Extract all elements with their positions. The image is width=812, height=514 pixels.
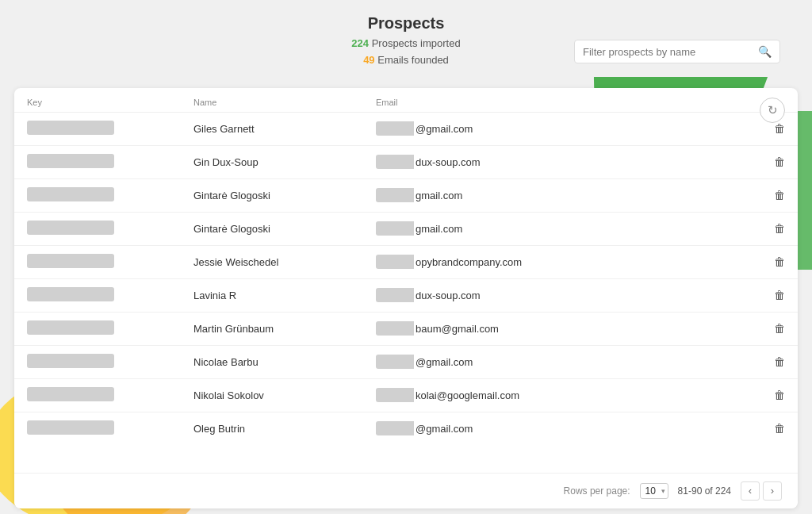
pagination: Rows per page: 10 25 50 ▾ 81-90 of 224 ‹… [14, 473, 798, 508]
delete-icon[interactable]: 🗑 [774, 322, 785, 335]
cell-key [14, 245, 181, 278]
email-blur [376, 121, 414, 136]
cell-name: Nicolae Barbu [181, 345, 363, 378]
rows-select-wrapper: 10 25 50 ▾ [640, 483, 668, 499]
delete-icon[interactable]: 🗑 [774, 189, 785, 201]
cell-email: gmail.com [363, 212, 761, 245]
cell-email: dux-soup.com [363, 278, 761, 312]
cell-email: kolai@googlemail.com [363, 378, 761, 412]
table-row: Jessie Weischedel opybrandcompany.com 🗑 [14, 245, 798, 278]
cell-name: Gintarė Glogoski [181, 212, 363, 245]
col-name: Name [181, 94, 363, 113]
delete-icon[interactable]: 🗑 [774, 389, 785, 401]
email-visible: gmail.com [416, 223, 462, 235]
refresh-button[interactable]: ↻ [760, 98, 785, 123]
cell-delete: 🗑 [761, 212, 798, 245]
key-bar [27, 187, 114, 201]
search-icon: 🔍 [758, 45, 772, 58]
email-blur [376, 321, 414, 336]
email-visible: kolai@googlemail.com [416, 389, 519, 401]
table-row: Martin Grünbaum baum@gmail.com 🗑 [14, 312, 798, 345]
cell-key [14, 112, 181, 145]
cell-delete: 🗑 [761, 345, 798, 378]
table-row: Oleg Butrin @gmail.com 🗑 [14, 412, 798, 445]
table-row: Nikolai Sokolov kolai@googlemail.com 🗑 [14, 378, 798, 412]
delete-icon[interactable]: 🗑 [774, 122, 785, 135]
cell-delete: 🗑 [761, 178, 798, 212]
key-bar [27, 354, 114, 368]
delete-icon[interactable]: 🗑 [774, 289, 785, 301]
email-blur [376, 188, 414, 202]
cell-delete: 🗑 [761, 245, 798, 278]
table-row: Gintarė Glogoski gmail.com 🗑 [14, 212, 798, 245]
table-row: Lavinia R dux-soup.com 🗑 [14, 278, 798, 312]
email-blur [376, 155, 414, 169]
rows-per-page-label: Rows per page: [564, 485, 630, 497]
email-blur [376, 355, 414, 369]
cell-email: @gmail.com [363, 112, 761, 145]
email-blur [376, 255, 414, 269]
email-visible: @gmail.com [416, 423, 473, 435]
email-visible: dux-soup.com [416, 290, 481, 301]
search-container: 🔍 [574, 40, 780, 63]
next-page-button[interactable]: › [763, 481, 782, 501]
cell-email: @gmail.com [363, 412, 761, 445]
cell-email: baum@gmail.com [363, 312, 761, 345]
email-blur [376, 221, 414, 236]
refresh-icon: ↻ [768, 103, 778, 117]
table-wrapper: Key Name Email Giles Garnett @gmail.com … [14, 88, 798, 477]
page-header: Prospects 224 Prospects imported 49 Emai… [0, 0, 812, 77]
cell-key [14, 178, 181, 212]
cell-key [14, 212, 181, 245]
email-blur [376, 288, 414, 302]
cell-name: Gin Dux-Soup [181, 145, 363, 178]
cell-key [14, 378, 181, 412]
key-bar [27, 320, 114, 335]
cell-name: Lavinia R [181, 278, 363, 312]
delete-icon[interactable]: 🗑 [774, 355, 785, 368]
key-bar [27, 420, 114, 435]
key-bar [27, 154, 114, 168]
email-blur [376, 388, 414, 402]
prospects-count: 224 [351, 37, 369, 49]
cell-email: @gmail.com [363, 345, 761, 378]
email-visible: @gmail.com [416, 123, 473, 135]
delete-icon[interactable]: 🗑 [774, 155, 785, 168]
emails-count: 49 [363, 54, 374, 66]
email-visible: baum@gmail.com [416, 323, 499, 335]
cell-name: Nikolai Sokolov [181, 378, 363, 412]
cell-email: gmail.com [363, 178, 761, 212]
cell-name: Oleg Butrin [181, 412, 363, 445]
prospects-label: Prospects imported [372, 37, 461, 49]
email-visible: opybrandcompany.com [416, 256, 522, 268]
main-card: ↻ Key Name Email Giles Garnett @ [14, 88, 798, 508]
cell-name: Gintarė Glogoski [181, 178, 363, 212]
cell-delete: 🗑 [761, 378, 798, 412]
email-blur [376, 421, 414, 435]
search-input[interactable] [583, 46, 758, 58]
delete-icon[interactable]: 🗑 [774, 255, 785, 268]
cell-email: dux-soup.com [363, 145, 761, 178]
cell-key [14, 145, 181, 178]
cell-delete: 🗑 [761, 312, 798, 345]
delete-icon[interactable]: 🗑 [774, 422, 785, 435]
email-visible: dux-soup.com [416, 156, 481, 168]
key-bar [27, 254, 114, 268]
rows-per-page-select[interactable]: 10 25 50 [640, 483, 668, 499]
cell-key [14, 278, 181, 312]
key-bar [27, 121, 114, 135]
cell-name: Martin Grünbaum [181, 312, 363, 345]
table-header-row: Key Name Email [14, 94, 798, 113]
table-row: Nicolae Barbu @gmail.com 🗑 [14, 345, 798, 378]
delete-icon[interactable]: 🗑 [774, 222, 785, 235]
cell-delete: 🗑 [761, 278, 798, 312]
prev-page-button[interactable]: ‹ [741, 481, 760, 501]
table-row: Giles Garnett @gmail.com 🗑 [14, 112, 798, 145]
cell-delete: 🗑 [761, 412, 798, 445]
key-bar [27, 287, 114, 301]
cell-name: Jessie Weischedel [181, 245, 363, 278]
search-area: 🔍 [574, 40, 780, 63]
table-row: Gintarė Glogoski gmail.com 🗑 [14, 178, 798, 212]
key-bar [27, 221, 114, 235]
email-visible: @gmail.com [416, 356, 473, 368]
